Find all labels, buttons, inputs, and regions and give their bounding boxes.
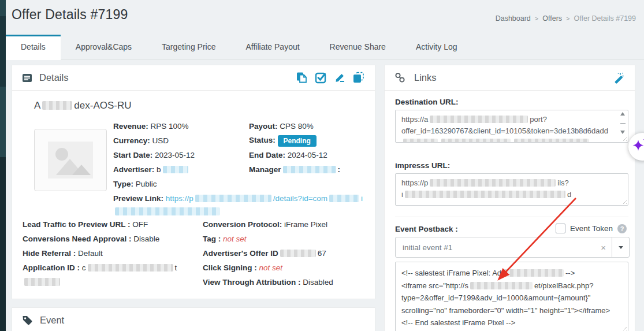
sparkles-icon <box>628 133 644 161</box>
field-label: Hide Referral : <box>23 249 76 258</box>
offer-name: Adex-AOS-RU <box>34 100 132 111</box>
field-advertisers-offer-id: Advertiser's Offer ID67 <box>203 249 326 258</box>
details-panel-title: Details <box>39 72 68 83</box>
censored-text <box>88 264 173 272</box>
censored-text <box>430 116 528 123</box>
field-manager: Manager: <box>249 165 340 174</box>
field-value: not set <box>259 263 283 272</box>
tab-revenue-share[interactable]: Revenue Share <box>315 35 401 59</box>
field-value: c <box>82 263 86 272</box>
field-click-signing: Click Signing : not set <box>203 263 282 272</box>
breadcrumb-dashboard[interactable]: Dashboard <box>496 14 531 23</box>
destination-url-line2: offer_id=163290767&client_id=10105&token… <box>401 125 616 137</box>
impress-url-line2: id <box>401 189 616 200</box>
destination-url-line3 <box>401 137 616 143</box>
breadcrumb-offers[interactable]: Offers <box>542 14 562 23</box>
tab-bar: Details Approval&Caps Targeting Price Af… <box>6 35 644 60</box>
scroll-down-icon[interactable] <box>620 131 625 134</box>
textarea-scrollbar[interactable] <box>619 112 626 134</box>
offer-name-suffix: dex-AOS-RU <box>74 100 131 111</box>
field-label: Conversions Need Approval : <box>23 235 132 243</box>
field-label: Start Date: <box>113 151 152 159</box>
resize-grip-icon[interactable] <box>621 325 627 330</box>
censored-text <box>280 250 316 257</box>
help-icon[interactable]: ? <box>617 224 627 233</box>
field-lead-traffic: Lead Traffic to Preview URL : OFF <box>23 220 148 229</box>
impress-url-line1: https://pils? <box>401 177 616 189</box>
links-panel-header: Links <box>385 65 635 91</box>
field-value: 67 <box>318 249 326 258</box>
scroll-up-icon[interactable] <box>620 112 625 116</box>
details-panel: Details Adex-AOS-RU Revenue: RPS <box>12 65 375 299</box>
details-panel-header: Details <box>12 65 375 91</box>
field-conversion-protocol: Conversion Protocol: iFrame Pixel <box>203 220 327 229</box>
pixel-code-line3: type=2&offer_id=7199&adv_id=1000&amount=… <box>401 292 622 304</box>
field-label: View Through Attribution : <box>203 278 300 287</box>
section-divider <box>395 217 628 217</box>
field-label: Preview Link: <box>113 194 163 203</box>
ai-assistant-button[interactable] <box>628 133 644 161</box>
censored-text <box>430 179 556 187</box>
field-value: Disabled <box>303 278 333 287</box>
clone-offer-icon[interactable] <box>352 72 365 84</box>
event-panel: Event <box>12 307 375 331</box>
field-value: Default <box>78 249 103 258</box>
destination-url-textarea[interactable]: https://aport? offer_id=163290767&client… <box>395 110 628 143</box>
event-postback-label: Event Postback : <box>395 225 458 233</box>
preview-link-line2 <box>113 207 222 216</box>
magic-wand-icon[interactable] <box>612 72 625 84</box>
clear-selection-icon[interactable]: × <box>595 243 612 252</box>
event-token-label: Event Token <box>570 224 613 233</box>
page-title: Offer Details #7199 <box>12 7 128 23</box>
breadcrumb: Dashboard > Offers > Offer Details #7199 <box>496 14 636 23</box>
field-value: RPS 100% <box>151 122 189 131</box>
image-placeholder-icon <box>48 142 93 178</box>
resize-grip-icon[interactable] <box>621 136 627 141</box>
field-label: Revenue: <box>113 122 148 131</box>
field-value: 2023-05-12 <box>155 151 195 159</box>
field-value: Disable <box>133 235 159 243</box>
copy-offer-icon[interactable] <box>295 72 308 84</box>
field-value: USD <box>152 136 169 145</box>
offer-image-placeholder <box>34 129 107 191</box>
pixel-code-line1: <!-- salestest iFrame Pixel: Ad--> <box>401 267 622 280</box>
censored-text <box>514 139 589 143</box>
collapsed-sidebar[interactable] <box>0 0 6 331</box>
field-value: Public <box>136 180 157 188</box>
tab-details[interactable]: Details <box>6 35 61 60</box>
event-token-checkbox[interactable] <box>556 224 565 233</box>
field-view-through: View Through Attribution : Disabled <box>203 278 333 287</box>
censored-text <box>503 269 564 277</box>
tab-approval-caps[interactable]: Approval&Caps <box>61 35 147 59</box>
tab-targeting-price[interactable]: Targeting Price <box>147 35 230 59</box>
censored-text <box>115 207 220 215</box>
field-value: iFrame Pixel <box>284 220 327 229</box>
field-status: Status: Pending <box>249 135 317 147</box>
field-label: Type: <box>113 180 133 188</box>
status-badge: Pending <box>278 135 317 147</box>
approve-offer-icon[interactable] <box>314 72 327 84</box>
event-panel-header: Event <box>12 308 375 331</box>
impress-url-textarea[interactable]: https://pils? id <box>395 173 628 206</box>
censored-text <box>42 101 72 110</box>
tab-activity-log[interactable]: Activity Log <box>401 35 472 59</box>
field-end-date: End Date: 2024-05-12 <box>249 151 327 159</box>
field-currency: Currency: USD <box>113 136 169 145</box>
destination-url-line1: https://aport? <box>401 114 616 125</box>
edit-offer-icon[interactable] <box>333 72 346 84</box>
event-select-value: initial event #1 <box>396 243 595 252</box>
preview-link[interactable]: https://p/details?id=comi <box>166 194 363 203</box>
censored-text <box>24 278 60 286</box>
resize-grip-icon[interactable] <box>621 199 627 204</box>
select-dropdown-button[interactable] <box>612 237 629 257</box>
pixel-code-textarea[interactable]: <!-- salestest iFrame Pixel: Ad--> <ifra… <box>395 262 628 331</box>
event-select[interactable]: initial event #1 × <box>395 237 630 258</box>
details-actions <box>295 72 365 84</box>
links-panel: Links Destination URL: https://aport? of… <box>384 65 635 331</box>
field-tag: Tag : not set <box>203 235 247 243</box>
field-label: Advertiser: <box>113 165 154 174</box>
field-label: End Date: <box>249 151 285 159</box>
tab-affiliate-payout[interactable]: Affiliate Payout <box>230 35 314 59</box>
field-advertiser: Advertiser: b <box>113 165 190 174</box>
field-label: Conversion Protocol: <box>203 220 282 229</box>
